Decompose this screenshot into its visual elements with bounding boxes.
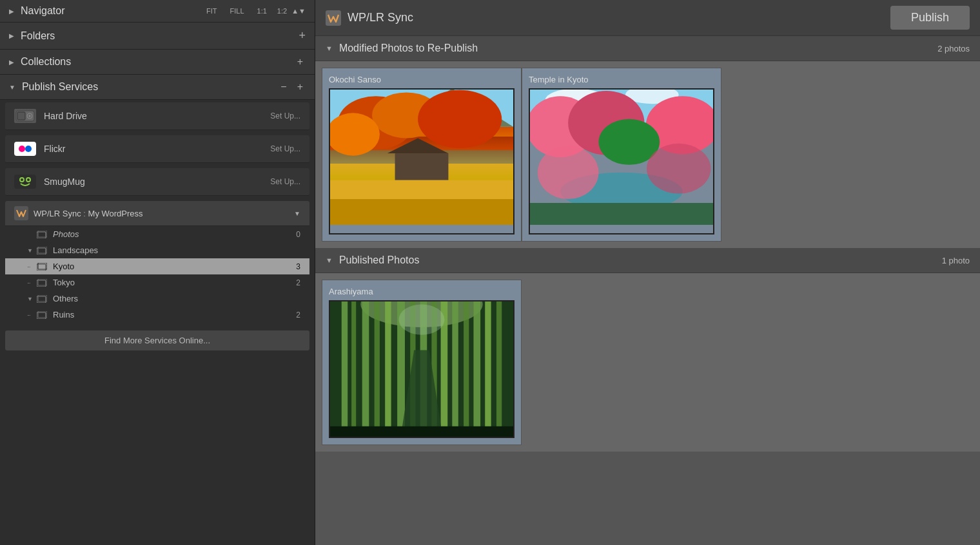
publish-services-arrow: ▼ xyxy=(9,84,15,91)
tokyo-count: 2 xyxy=(290,278,300,287)
ruins-count: 2 xyxy=(290,311,300,320)
tree-item-landscapes[interactable]: ▼ Landscapes xyxy=(5,242,309,258)
folders-title: Folders xyxy=(21,30,299,42)
ruins-collection-icon xyxy=(37,311,47,319)
others-expand: ▼ xyxy=(27,296,36,302)
published-count: 1 photo xyxy=(942,256,970,265)
flickr-setup[interactable]: Set Up... xyxy=(270,144,300,153)
collections-arrow: ▶ xyxy=(9,59,14,66)
svg-rect-63 xyxy=(330,426,513,437)
flickr-name: Flickr xyxy=(44,144,270,154)
tokyo-icon xyxy=(36,278,48,287)
publish-services-minus-icon[interactable]: − xyxy=(278,81,289,93)
svg-rect-47 xyxy=(351,301,356,437)
svg-rect-29 xyxy=(395,153,449,184)
photo-cell-okochi[interactable]: Okochi Sanso xyxy=(322,68,522,242)
published-title: Published Photos xyxy=(339,254,942,266)
okochi-thumb xyxy=(329,88,514,234)
publish-button[interactable]: Publish xyxy=(890,6,970,30)
hard-drive-icon xyxy=(14,109,36,123)
publish-services-header[interactable]: ▼ Publish Services − + xyxy=(0,75,315,100)
tree-item-kyoto[interactable]: ··· Kyoto 3 xyxy=(5,258,309,274)
nav-ratio-display: 1:2 ▲▼ xyxy=(277,7,306,15)
collection-icon xyxy=(37,231,47,238)
navigator-title: Navigator xyxy=(21,5,204,17)
flickr-icon xyxy=(14,142,36,156)
svg-rect-43 xyxy=(530,203,713,225)
right-panel: WP/LR Sync Publish ▼ Modified Photos to … xyxy=(315,0,980,545)
arashiyama-label: Arashiyama xyxy=(329,287,514,296)
nav-fill-btn[interactable]: FILL xyxy=(228,6,247,16)
tree-item-photos[interactable]: Photos 0 xyxy=(5,226,309,242)
folders-section[interactable]: ▶ Folders + xyxy=(0,23,315,50)
modified-count: 2 photos xyxy=(937,44,970,53)
modified-photos-section: ▼ Modified Photos to Re-Publish 2 photos… xyxy=(315,36,980,248)
nav-fit-btn[interactable]: FIT xyxy=(204,6,220,16)
find-more-services-button[interactable]: Find More Services Online... xyxy=(5,330,309,350)
collections-actions: + xyxy=(295,56,306,68)
smugmug-svg xyxy=(15,175,35,189)
nav-1to1-btn[interactable]: 1:1 xyxy=(255,6,270,16)
kyoto-dots: ··· xyxy=(27,263,36,270)
landscapes-collection-icon xyxy=(37,247,47,254)
smugmug-service[interactable]: SmugMug Set Up... xyxy=(5,168,309,196)
tokyo-collection-icon xyxy=(37,279,47,287)
arashiyama-thumb xyxy=(329,300,514,438)
others-icon xyxy=(36,294,48,303)
svg-point-5 xyxy=(19,146,25,152)
temple-kyoto-thumb xyxy=(529,88,714,234)
wplr-icon xyxy=(14,206,28,220)
published-arrow: ▼ xyxy=(326,256,333,264)
kyoto-collection-icon xyxy=(37,263,47,271)
svg-rect-56 xyxy=(452,301,458,437)
kyoto-thumb-visual xyxy=(530,90,713,225)
svg-point-6 xyxy=(25,146,32,152)
svg-point-8 xyxy=(26,178,30,182)
svg-rect-46 xyxy=(342,301,348,437)
wplr-service-row[interactable]: WP/LR Sync : My WordPress ▼ xyxy=(5,201,309,226)
navigator-controls: FIT FILL 1:1 1:2 ▲▼ xyxy=(204,6,306,16)
left-panel: ▶ Navigator FIT FILL 1:1 1:2 ▲▼ ▶ Folder… xyxy=(0,0,315,545)
publish-services-content: Hard Drive Set Up... Flickr Set Up... xyxy=(0,100,315,545)
folders-add-icon[interactable]: + xyxy=(299,29,306,43)
modified-photo-grid: Okochi Sanso xyxy=(315,61,980,248)
tree-item-tokyo[interactable]: ··· Tokyo 2 xyxy=(5,274,309,291)
svg-point-27 xyxy=(418,90,502,148)
main-title: WP/LR Sync xyxy=(348,11,890,24)
collections-section[interactable]: ▶ Collections + xyxy=(0,50,315,75)
hdd-svg xyxy=(15,110,35,122)
publish-services-actions: − + xyxy=(278,81,306,93)
publish-services-add-icon[interactable]: + xyxy=(295,81,306,93)
flickr-service[interactable]: Flickr Set Up... xyxy=(5,135,309,163)
bamboo-thumb-visual xyxy=(330,301,513,437)
smugmug-setup[interactable]: Set Up... xyxy=(270,177,300,186)
svg-point-41 xyxy=(538,146,599,199)
landscapes-icon xyxy=(36,246,48,255)
collections-add-icon[interactable]: + xyxy=(295,56,306,68)
navigator-section[interactable]: ▶ Navigator FIT FILL 1:1 1:2 ▲▼ xyxy=(0,0,315,23)
svg-point-7 xyxy=(20,178,24,182)
kyoto-count: 3 xyxy=(290,262,300,271)
navigator-arrow: ▶ xyxy=(9,8,14,15)
svg-rect-58 xyxy=(473,301,480,437)
modified-photos-header[interactable]: ▼ Modified Photos to Re-Publish 2 photos xyxy=(315,36,980,61)
modified-title: Modified Photos to Re-Publish xyxy=(339,43,937,54)
published-photos-header[interactable]: ▼ Published Photos 1 photo xyxy=(315,248,980,273)
svg-rect-59 xyxy=(485,301,491,437)
autumn-svg xyxy=(330,90,513,225)
ruins-label: Ruins xyxy=(53,310,290,320)
wplr-expand-arrow: ▼ xyxy=(294,210,300,217)
smugmug-name: SmugMug xyxy=(44,177,270,187)
published-photos-section: ▼ Published Photos 1 photo Arashiyama xyxy=(315,248,980,545)
photos-count: 0 xyxy=(290,230,300,239)
folders-arrow: ▶ xyxy=(9,32,14,39)
tree-item-ruins[interactable]: ··· Ruins 2 xyxy=(5,307,309,323)
hard-drive-service[interactable]: Hard Drive Set Up... xyxy=(5,102,309,130)
landscapes-label: Landscapes xyxy=(53,245,290,255)
svg-rect-50 xyxy=(385,301,391,437)
tree-item-others[interactable]: ▼ Others xyxy=(5,291,309,307)
photo-cell-arashiyama[interactable]: Arashiyama xyxy=(322,280,522,445)
hard-drive-setup[interactable]: Set Up... xyxy=(270,111,300,120)
photo-cell-temple-kyoto[interactable]: Temple in Kyoto xyxy=(522,68,721,242)
smugmug-icon xyxy=(14,175,36,189)
